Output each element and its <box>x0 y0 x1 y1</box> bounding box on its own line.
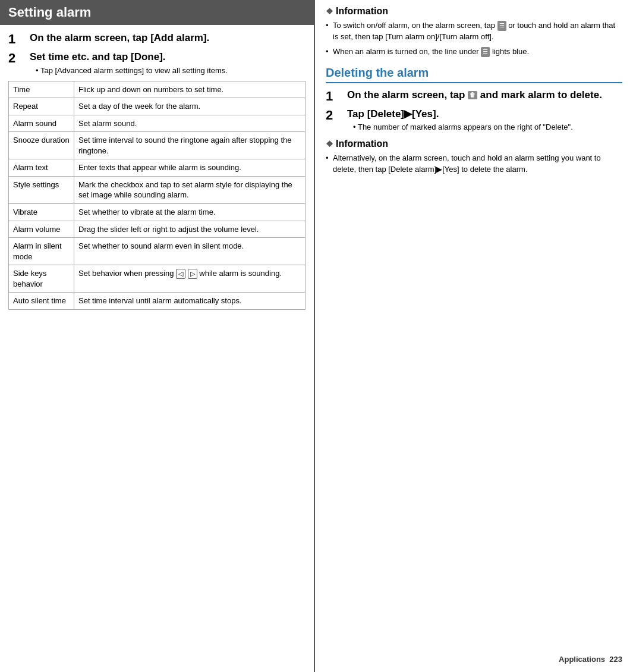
section-header: Setting alarm <box>0 0 314 25</box>
table-cell-description: Flick up and down on numbers to set time… <box>74 81 306 98</box>
table-cell-description: Set behavior when pressing ◁ ▷ while ala… <box>74 265 306 293</box>
info-header-2-label: Information <box>336 139 388 149</box>
table-cell-description: Set whether to vibrate at the alarm time… <box>74 203 306 221</box>
table-cell-description: Mark the checkbox and tap to set alarm s… <box>74 176 306 203</box>
delete-step-title: Tap [Delete]▶[Yes]. <box>347 108 622 120</box>
table-row: Alarm volumeDrag the slider left or righ… <box>9 221 306 238</box>
trash-icon: 🗑 <box>468 91 477 99</box>
step-2-number: 2 <box>8 51 26 65</box>
table-cell-description: Set a day of the week for the alarm. <box>74 98 306 115</box>
table-cell-label: Alarm volume <box>9 221 74 238</box>
table-cell-label: Auto silent time <box>9 293 74 310</box>
table-cell-label: Alarm text <box>9 159 74 177</box>
right-panel: ❖ Information To switch on/off alarm, on… <box>315 0 633 672</box>
table-row: Auto silent timeSet time interval until … <box>9 293 306 310</box>
step-1-number: 1 <box>8 32 26 46</box>
table-row: VibrateSet whether to vibrate at the ala… <box>9 203 306 221</box>
delete-step-1: 1On the alarm screen, tap 🗑 and mark ala… <box>326 89 622 103</box>
table-row: Snooze durationSet time interval to soun… <box>9 132 306 159</box>
table-cell-label: Snooze duration <box>9 132 74 159</box>
key-icon-left: ◁ <box>176 269 185 279</box>
info-header-2: ❖ Information <box>326 139 622 149</box>
table-cell-label: Vibrate <box>9 203 74 221</box>
info-bullets-2: Alternatively, on the alarm screen, touc… <box>326 153 622 175</box>
table-cell-description: Set time interval until alarm automatica… <box>74 293 306 310</box>
key-icon-right: ▷ <box>188 269 197 279</box>
bullet-item: When an alarm is turned on, the line und… <box>326 46 622 58</box>
delete-step-title: On the alarm screen, tap 🗑 and mark alar… <box>347 89 622 101</box>
table-row: Style settingsMark the checkbox and tap … <box>9 176 306 203</box>
footer-label: Applications <box>559 655 605 664</box>
info-header-1: ❖ Information <box>326 6 622 17</box>
diamond-icon-1: ❖ <box>326 7 333 16</box>
table-cell-description: Drag the slider left or right to adjust … <box>74 221 306 238</box>
step-2: 2 Set time etc. and tap [Done]. Tap [Adv… <box>8 51 306 74</box>
left-panel: Setting alarm 1 On the alarm screen, tap… <box>0 0 315 672</box>
table-cell-label: Alarm sound <box>9 115 74 132</box>
table-cell-description: Set time interval to sound the ringtone … <box>74 132 306 159</box>
delete-section-title: Deleting the alarm <box>326 66 622 83</box>
step-2-content: Set time etc. and tap [Done]. Tap [Advan… <box>30 51 306 74</box>
delete-step-content: On the alarm screen, tap 🗑 and mark alar… <box>347 89 622 101</box>
bullet-item: To switch on/off alarm, on the alarm scr… <box>326 20 622 43</box>
inline-icon: ☰ <box>481 47 490 57</box>
table-row: Alarm soundSet alarm sound. <box>9 115 306 132</box>
table-cell-label: Style settings <box>9 176 74 203</box>
table-row: TimeFlick up and down on numbers to set … <box>9 81 306 98</box>
page-footer: Applications 223 <box>559 655 622 664</box>
settings-table: TimeFlick up and down on numbers to set … <box>8 81 306 310</box>
step-1: 1 On the alarm screen, tap [Add alarm]. <box>8 32 306 46</box>
step-1-content: On the alarm screen, tap [Add alarm]. <box>30 32 306 44</box>
table-cell-label: Side keys behavior <box>9 265 74 293</box>
table-row: Alarm textEnter texts that appear while … <box>9 159 306 177</box>
table-row: Alarm in silent modeSet whether to sound… <box>9 238 306 265</box>
delete-step-num: 1 <box>326 89 344 103</box>
info-header-1-label: Information <box>336 6 388 17</box>
step-1-title: On the alarm screen, tap [Add alarm]. <box>30 32 306 44</box>
diamond-icon-2: ❖ <box>326 139 333 149</box>
table-cell-description: Set alarm sound. <box>74 115 306 132</box>
delete-step-content: Tap [Delete]▶[Yes].The number of marked … <box>347 108 622 131</box>
delete-step-2: 2Tap [Delete]▶[Yes].The number of marked… <box>326 108 622 131</box>
delete-step-num: 2 <box>326 108 344 123</box>
inline-icon: ☰ <box>497 21 506 31</box>
table-row: RepeatSet a day of the week for the alar… <box>9 98 306 115</box>
table-cell-label: Alarm in silent mode <box>9 238 74 265</box>
bullet-item: Alternatively, on the alarm screen, touc… <box>326 153 622 175</box>
step-2-sub: Tap [Advanced alarm settings] to view al… <box>36 66 306 75</box>
info-bullets-1: To switch on/off alarm, on the alarm scr… <box>326 20 622 58</box>
table-cell-label: Repeat <box>9 98 74 115</box>
table-cell-label: Time <box>9 81 74 98</box>
table-cell-description: Enter texts that appear while alarm is s… <box>74 159 306 177</box>
table-cell-description: Set whether to sound alarm even in silen… <box>74 238 306 265</box>
delete-step-sub: The number of marked alarms appears on t… <box>353 123 622 131</box>
footer-page-num: 223 <box>609 655 622 664</box>
step-2-title: Set time etc. and tap [Done]. <box>30 51 306 63</box>
table-row: Side keys behaviorSet behavior when pres… <box>9 265 306 293</box>
